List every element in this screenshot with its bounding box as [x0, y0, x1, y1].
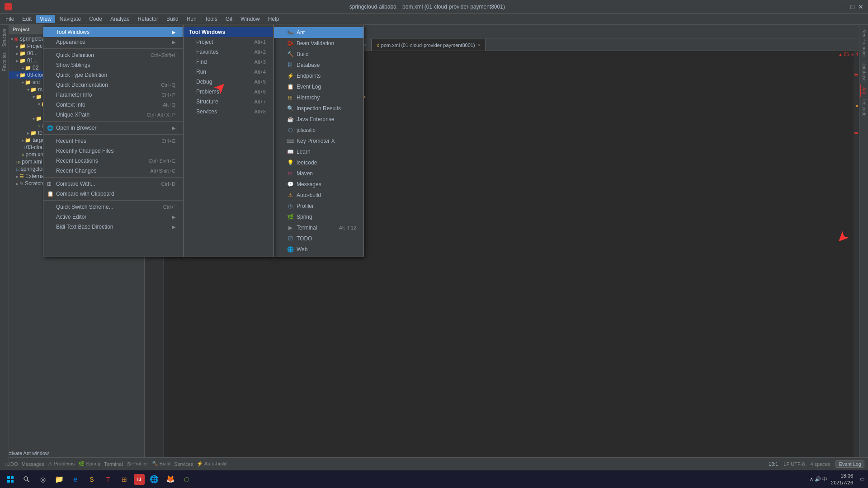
- menu-file[interactable]: File: [2, 15, 18, 23]
- menu-item-recent-changes[interactable]: Recent Changes Alt+Shift+C: [43, 166, 183, 176]
- submenu-item-build[interactable]: 🔨 Build: [274, 49, 363, 60]
- submenu-item-maven[interactable]: m Maven: [274, 168, 363, 179]
- menu-item-tool-windows[interactable]: Tool Windows ▶: [43, 27, 183, 37]
- submenu-item-learn[interactable]: 📖 Learn: [274, 146, 363, 157]
- menu-item-compare-with[interactable]: ⊞ Compare With... Ctrl+D: [43, 179, 183, 189]
- tw-item-run[interactable]: Run Alt+4: [184, 67, 273, 77]
- menu-edit[interactable]: Edit: [19, 15, 35, 23]
- submenu-item-messages[interactable]: 💬 Messages: [274, 179, 363, 190]
- submenu-item-hierarchy[interactable]: ⊞ Hierarchy: [274, 92, 363, 103]
- submenu-item-leetcode[interactable]: 💡 leetcode: [274, 157, 363, 168]
- submenu-label-endpoints: Endpoints: [297, 73, 321, 79]
- taskbar-app1[interactable]: S: [85, 473, 99, 486]
- taskbar-explorer[interactable]: 📁: [52, 473, 66, 486]
- status-autobuild[interactable]: ⚡ Auto-build: [197, 461, 226, 467]
- submenu-item-bean-validation[interactable]: 🫘 Bean Validation: [274, 38, 363, 49]
- shortcut-terminal: Alt+F12: [339, 225, 356, 230]
- tw-shortcut-problems: Alt+6: [255, 89, 266, 94]
- menu-item-quick-type[interactable]: Quick Type Definition: [43, 70, 183, 80]
- right-sidebar-ant[interactable]: Ant: [860, 84, 868, 97]
- menu-item-show-siblings[interactable]: Show Siblings: [43, 60, 183, 70]
- tw-item-debug[interactable]: Debug Alt+5: [184, 77, 273, 87]
- tw-label-find: Find: [196, 59, 207, 65]
- tw-item-problems[interactable]: Problems Alt+6: [184, 87, 273, 97]
- event-log-button[interactable]: Event Log: [835, 460, 864, 468]
- menu-item-context-info[interactable]: Context Info Alt+Q: [43, 100, 183, 110]
- taskbar-search[interactable]: [20, 473, 33, 486]
- menu-item-compare-clipboard[interactable]: 📋 Compare with Clipboard: [43, 189, 183, 199]
- menu-window[interactable]: Window: [237, 15, 264, 23]
- status-build[interactable]: 🔨 Build: [152, 461, 171, 467]
- menu-tools[interactable]: Tools: [201, 15, 221, 23]
- tw-item-structure[interactable]: Structure Alt+7: [184, 97, 273, 107]
- taskbar-chrome[interactable]: 🌐: [147, 473, 161, 486]
- status-profiler[interactable]: ◷ Profiler: [127, 461, 148, 467]
- tw-item-project[interactable]: Project Alt+1: [184, 37, 273, 47]
- submenu-item-profiler[interactable]: ◷ Profiler: [274, 201, 363, 211]
- submenu-item-inspection[interactable]: 🔍 Inspection Results: [274, 103, 363, 114]
- menu-item-recently-changed[interactable]: Recently Changed Files: [43, 146, 183, 156]
- submenu-item-ant[interactable]: 🐜 Ant: [274, 27, 363, 38]
- status-services[interactable]: Services: [174, 461, 193, 467]
- menu-item-open-browser[interactable]: 🌐 Open in Browser ▶: [43, 123, 183, 133]
- minimize-button[interactable]: ─: [843, 3, 847, 10]
- menu-view[interactable]: View: [36, 15, 55, 23]
- taskbar-show-desktop[interactable]: ▭: [857, 476, 864, 482]
- status-terminal[interactable]: Terminal: [104, 461, 123, 467]
- taskbar-edge[interactable]: e: [69, 473, 82, 486]
- sidebar-structure[interactable]: Structure: [1, 27, 8, 49]
- maximize-button[interactable]: □: [851, 3, 854, 10]
- menu-analyze[interactable]: Analyze: [107, 15, 133, 23]
- tw-label-debug: Debug: [196, 79, 212, 85]
- menu-item-quick-def[interactable]: Quick Definition Ctrl+Shift+I: [43, 50, 183, 60]
- tw-item-services[interactable]: Services Alt+8: [184, 107, 273, 117]
- tw-item-favorites[interactable]: Favorites Alt+2: [184, 47, 273, 57]
- submenu-item-javaee[interactable]: ☕ Java Enterprise: [274, 114, 363, 125]
- submenu-item-web[interactable]: 🌐 Web: [274, 244, 363, 255]
- taskbar-firefox[interactable]: 🦊: [164, 473, 177, 486]
- menu-help[interactable]: Help: [264, 15, 283, 23]
- submenu-item-key-promoter[interactable]: ⌨ Key Promoter X: [274, 136, 363, 146]
- menu-build[interactable]: Build: [163, 15, 182, 23]
- status-messages[interactable]: Messages: [22, 461, 44, 467]
- taskbar-app3[interactable]: ⊞: [118, 473, 131, 486]
- tw-item-find[interactable]: Find Alt+3: [184, 57, 273, 67]
- menu-item-recent-files[interactable]: Recent Files Ctrl+E: [43, 136, 183, 146]
- right-sidebar-key-promoter[interactable]: Key Promoter: [860, 27, 868, 60]
- sidebar-favorites[interactable]: Favorites: [1, 51, 8, 73]
- menu-git[interactable]: Git: [222, 15, 236, 23]
- menu-navigate[interactable]: Navigate: [56, 15, 85, 23]
- taskbar-idea[interactable]: IJ: [134, 474, 145, 485]
- right-sidebar-database[interactable]: Database: [860, 60, 868, 84]
- taskbar-app2[interactable]: T: [101, 473, 115, 486]
- close-button[interactable]: ✕: [858, 3, 863, 10]
- status-spring[interactable]: 🌿 Spring: [78, 461, 100, 467]
- menu-code[interactable]: Code: [85, 15, 106, 23]
- menu-item-recent-locations[interactable]: Recent Locations Ctrl+Shift+E: [43, 156, 183, 166]
- taskbar-cortana[interactable]: ◎: [36, 473, 50, 486]
- tab-close-pom-payment[interactable]: ✕: [477, 42, 481, 47]
- right-sidebar-leetcode[interactable]: leetcode: [860, 97, 868, 119]
- menu-item-unique-xpath[interactable]: Unique XPath Ctrl+Alt+X, P: [43, 110, 183, 120]
- submenu-item-database[interactable]: 🗄 Database: [274, 60, 363, 70]
- menu-item-appearance[interactable]: Appearance ▶: [43, 37, 183, 47]
- submenu-item-terminal[interactable]: ▶ Terminal Alt+F12: [274, 222, 363, 233]
- submenu-item-spring[interactable]: 🌿 Spring: [274, 211, 363, 222]
- menu-item-quick-doc[interactable]: Quick Documentation Ctrl+Q: [43, 80, 183, 90]
- submenu-item-event-log[interactable]: 📋 Event Log: [274, 81, 363, 92]
- menu-item-quick-switch[interactable]: Quick Switch Scheme... Ctrl+`: [43, 202, 183, 212]
- menu-item-bidi-text[interactable]: Bidi Text Base Direction ▶: [43, 222, 183, 232]
- taskbar-app4[interactable]: ⬡: [180, 473, 193, 486]
- submenu-item-auto-build[interactable]: ⚠ Auto-build: [274, 190, 363, 201]
- menu-run[interactable]: Run: [183, 15, 200, 23]
- submenu-item-jclasslib[interactable]: ⬡ jclasslib: [274, 125, 363, 136]
- status-problems[interactable]: ⚠ Problems: [48, 461, 75, 467]
- taskbar-start[interactable]: [4, 473, 17, 486]
- submenu-item-todo[interactable]: ☑ TODO: [274, 233, 363, 244]
- menu-refactor[interactable]: Refactor: [134, 15, 162, 23]
- divider-4: [43, 177, 183, 178]
- tab-pom-payment[interactable]: x pom.xml (01-cloud-provider-payment8001…: [372, 39, 485, 51]
- submenu-item-endpoints[interactable]: ⚡ Endpoints: [274, 70, 363, 81]
- menu-item-param-info[interactable]: Parameter Info Ctrl+P: [43, 90, 183, 100]
- menu-item-active-editor[interactable]: Active Editor ▶: [43, 212, 183, 222]
